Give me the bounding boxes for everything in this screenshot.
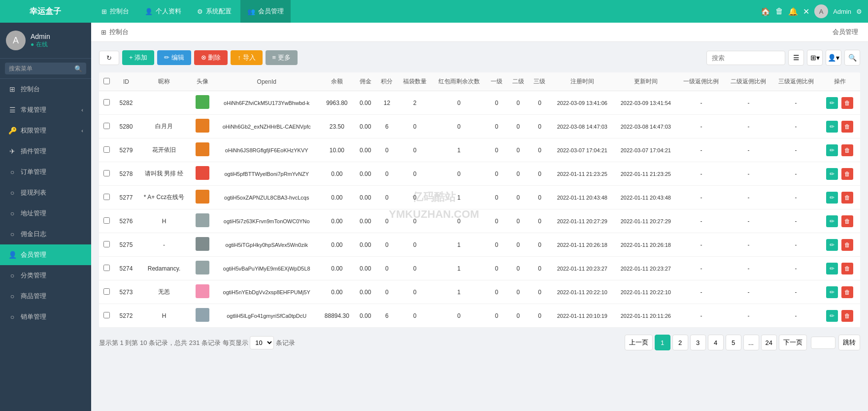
page-4-button[interactable]: 4 bbox=[708, 335, 724, 350]
prev-page-button[interactable]: 上一页 bbox=[625, 335, 653, 350]
delete-row-button[interactable]: 🗑 bbox=[841, 310, 853, 322]
cell-actions: ✏ 🗑 bbox=[820, 186, 860, 209]
cell-commission: 0.00 bbox=[355, 280, 376, 304]
home-icon[interactable]: 🏠 bbox=[761, 7, 770, 16]
sidebar-menu: ⊞ 控制台 ☰ 常规管理 ‹ 🔑 权限管理 ‹ ✈ 插件管理 ○ 订单管理 bbox=[0, 79, 91, 411]
sidebar-item-address[interactable]: ○ 地址管理 bbox=[0, 203, 91, 224]
next-page-button[interactable]: 下一页 bbox=[779, 335, 807, 350]
page-jump-input[interactable] bbox=[811, 337, 835, 349]
pagination-suffix: 条记录 bbox=[276, 339, 295, 346]
delete-row-button[interactable]: 🗑 bbox=[841, 144, 853, 156]
sidebar-item-orders[interactable]: ○ 订单管理 bbox=[0, 162, 91, 182]
th-level2: 二级 bbox=[507, 72, 529, 91]
row-checkbox-8[interactable] bbox=[103, 288, 110, 295]
row-checkbox-3[interactable] bbox=[103, 170, 110, 176]
edit-row-button[interactable]: ✏ bbox=[826, 168, 838, 180]
trash-icon[interactable]: 🗑 bbox=[775, 7, 783, 16]
sidebar-username: Admin bbox=[31, 33, 50, 40]
nav-item-profile[interactable]: 👤 个人资料 bbox=[138, 0, 188, 23]
breadcrumb-icon: ⊞ bbox=[101, 29, 106, 36]
cell-id: 5279 bbox=[115, 138, 138, 162]
sidebar-item-permission[interactable]: 🔑 权限管理 ‹ bbox=[0, 120, 91, 141]
row-checkbox-0[interactable] bbox=[103, 99, 110, 105]
notification-icon[interactable]: 🔔 bbox=[788, 7, 798, 16]
select-all-checkbox[interactable] bbox=[103, 78, 110, 84]
delete-row-button[interactable]: 🗑 bbox=[841, 97, 853, 109]
delete-row-button[interactable]: 🗑 bbox=[841, 239, 853, 251]
row-checkbox-6[interactable] bbox=[103, 241, 110, 247]
top-nav-right: 🏠 🗑 🔔 ✕ A Admin ⚙ bbox=[761, 4, 862, 18]
sidebar-item-withdrawals[interactable]: ○ 提现列表 bbox=[0, 182, 91, 203]
sidebar-item-general[interactable]: ☰ 常规管理 ‹ bbox=[0, 100, 91, 120]
admin-avatar[interactable]: A bbox=[814, 4, 828, 18]
jump-button[interactable]: 跳转 bbox=[838, 335, 860, 350]
sidebar-user-info: Admin ● 在线 bbox=[31, 33, 50, 49]
sidebar-item-categories[interactable]: ○ 分类管理 bbox=[0, 265, 91, 286]
row-checkbox-4[interactable] bbox=[103, 194, 110, 200]
row-checkbox-5[interactable] bbox=[103, 217, 110, 224]
delete-button[interactable]: ⊗ 删除 bbox=[194, 50, 228, 65]
sidebar-item-products[interactable]: ○ 商品管理 bbox=[0, 286, 91, 307]
nav-item-config[interactable]: ⚙ 系统配置 bbox=[190, 0, 238, 23]
cell-openid: ogtiH5vBaPuYiMyE9m6EXjWpD5L8 bbox=[214, 257, 319, 280]
edit-row-button[interactable]: ✏ bbox=[826, 286, 838, 298]
edit-row-button[interactable]: ✏ bbox=[826, 310, 838, 322]
sidebar-item-label-permission: 权限管理 bbox=[21, 126, 46, 135]
nav-item-console[interactable]: ⊞ 控制台 bbox=[95, 0, 136, 23]
page-5-button[interactable]: 5 bbox=[726, 335, 741, 350]
per-page-select[interactable]: 10 20 50 bbox=[250, 336, 274, 349]
edit-row-button[interactable]: ✏ bbox=[826, 144, 838, 156]
sidebar-item-commission-log[interactable]: ○ 佣金日志 bbox=[0, 224, 91, 244]
sidebar-item-console[interactable]: ⊞ 控制台 bbox=[0, 79, 91, 100]
sidebar: A Admin ● 在线 🔍 ⊞ 控制台 ☰ 常规管理 ‹ 🔑 bbox=[0, 23, 91, 411]
page-1-button[interactable]: 1 bbox=[655, 335, 670, 350]
edit-row-button[interactable]: ✏ bbox=[826, 192, 838, 204]
edit-row-button[interactable]: ✏ bbox=[826, 97, 838, 109]
edit-row-button[interactable]: ✏ bbox=[826, 263, 838, 274]
cell-nickname: H bbox=[137, 304, 190, 328]
cell-update-time: 2022-01-11 20:27:29 bbox=[614, 209, 677, 233]
delete-row-button[interactable]: 🗑 bbox=[841, 215, 853, 227]
import-button[interactable]: ↑ 导入 bbox=[231, 50, 262, 65]
sidebar-item-sales[interactable]: ○ 销单管理 bbox=[0, 307, 91, 327]
cell-update-time: 2022-03-08 14:47:03 bbox=[614, 115, 677, 138]
edit-row-button[interactable]: ✏ bbox=[826, 215, 838, 227]
page-24-button[interactable]: 24 bbox=[761, 335, 777, 350]
edit-row-button[interactable]: ✏ bbox=[826, 239, 838, 251]
row-checkbox-7[interactable] bbox=[103, 265, 110, 271]
list-view-button[interactable]: ☰ bbox=[788, 50, 804, 66]
edit-row-button[interactable]: ✏ bbox=[826, 121, 838, 133]
page-3-button[interactable]: 3 bbox=[690, 335, 706, 350]
search-input[interactable] bbox=[706, 51, 785, 65]
row-checkbox-9[interactable] bbox=[103, 312, 110, 318]
cell-avatar bbox=[191, 162, 214, 186]
sidebar-item-plugin[interactable]: ✈ 插件管理 bbox=[0, 141, 91, 162]
page-2-button[interactable]: 2 bbox=[672, 335, 688, 350]
nav-item-members[interactable]: 👥 会员管理 bbox=[240, 0, 291, 23]
th-update-time: 更新时间 bbox=[614, 72, 677, 91]
cell-actions: ✏ 🗑 bbox=[820, 138, 860, 162]
delete-row-button[interactable]: 🗑 bbox=[841, 263, 853, 274]
search-button[interactable]: 🔍 bbox=[844, 50, 860, 66]
close-icon[interactable]: ✕ bbox=[803, 7, 809, 16]
cell-redpack: 0 bbox=[432, 115, 486, 138]
delete-row-button[interactable]: 🗑 bbox=[841, 286, 853, 298]
sidebar-item-members[interactable]: 👤 会员管理 bbox=[0, 244, 91, 265]
more-button[interactable]: ≡ 更多 bbox=[266, 50, 298, 65]
cell-balance: 10.00 bbox=[319, 138, 355, 162]
table-row: 5280 白月月 oHiNh6Gb2_exNZHHrBL-CAENVpfc 23… bbox=[99, 115, 860, 138]
cell-ratio2: - bbox=[725, 257, 772, 280]
delete-row-button[interactable]: 🗑 bbox=[841, 121, 853, 133]
settings-icon[interactable]: ⚙ bbox=[856, 8, 862, 15]
pagination-info-text: 显示第 1 到第 10 条记录，总共 231 条记录 每页显示 bbox=[99, 339, 248, 346]
edit-button[interactable]: ✏ 编辑 bbox=[157, 50, 191, 65]
grid-view-button[interactable]: ⊞▾ bbox=[807, 50, 823, 66]
delete-row-button[interactable]: 🗑 bbox=[841, 168, 853, 180]
add-button[interactable]: + 添加 bbox=[122, 50, 154, 65]
row-checkbox-2[interactable] bbox=[103, 146, 110, 153]
refresh-button[interactable]: ↻ bbox=[99, 51, 119, 65]
column-select-button[interactable]: 👤▾ bbox=[826, 50, 841, 66]
delete-row-button[interactable]: 🗑 bbox=[841, 192, 853, 204]
cell-ratio3: - bbox=[772, 257, 820, 280]
row-checkbox-1[interactable] bbox=[103, 123, 110, 129]
